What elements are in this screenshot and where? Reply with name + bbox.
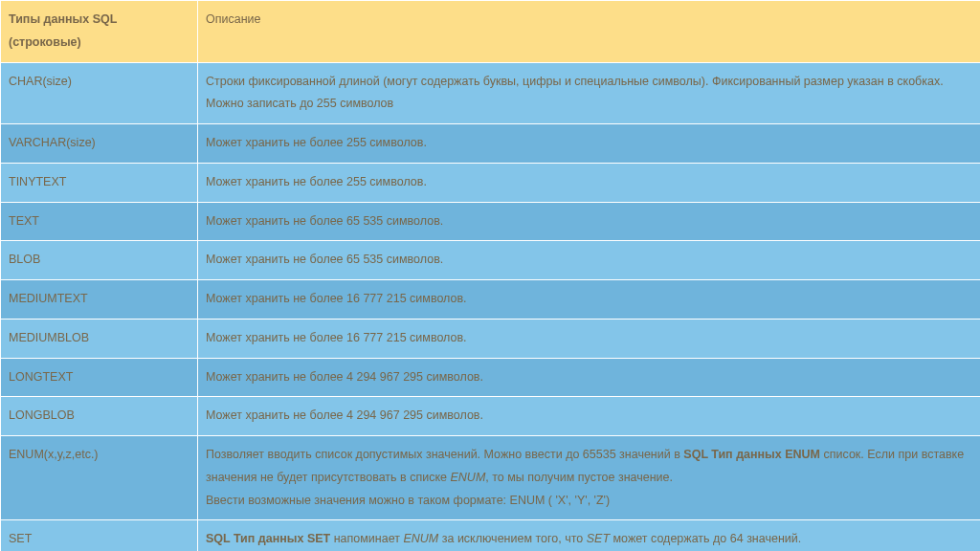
type-cell: TINYTEXT [1, 163, 198, 202]
desc-cell: Строки фиксированной длиной (могут содер… [198, 62, 981, 124]
table-row: MEDIUMTEXTМожет хранить не более 16 777 … [1, 280, 981, 320]
table-row: VARCHAR(size)Может хранить не более 255 … [1, 124, 981, 164]
desc-cell: Может хранить не более 16 777 215 символ… [198, 319, 981, 358]
header-type: Типы данных SQL (строковые) [1, 1, 198, 63]
type-cell: CHAR(size) [1, 62, 198, 124]
type-cell: LONGTEXT [1, 358, 198, 397]
desc-cell: SQL Тип данных SET напоминает ENUM за ис… [198, 520, 981, 551]
desc-cell: Может хранить не более 65 535 символов. [198, 241, 981, 280]
table-body: CHAR(size)Строки фиксированной длиной (м… [1, 62, 981, 551]
desc-cell: Может хранить не более 255 символов. [198, 163, 981, 202]
desc-cell: Может хранить не более 4 294 967 295 сим… [198, 358, 981, 397]
type-cell: TEXT [1, 202, 198, 241]
table-row: ENUM(x,y,z,etc.)Позволяет вводить список… [1, 436, 981, 520]
type-cell: VARCHAR(size) [1, 124, 198, 164]
type-cell: BLOB [1, 241, 198, 280]
table-header-row: Типы данных SQL (строковые) Описание [1, 1, 981, 63]
table-row: MEDIUMBLOBМожет хранить не более 16 777 … [1, 319, 981, 358]
table-row: TEXTМожет хранить не более 65 535 символ… [1, 202, 981, 241]
desc-cell: Может хранить не более 4 294 967 295 сим… [198, 397, 981, 436]
sql-string-types-table: Типы данных SQL (строковые) Описание CHA… [0, 0, 980, 551]
table-row: LONGTEXTМожет хранить не более 4 294 967… [1, 358, 981, 397]
type-cell: MEDIUMTEXT [1, 280, 198, 320]
desc-cell: Может хранить не более 255 символов. [198, 124, 981, 164]
desc-cell: Может хранить не более 65 535 символов. [198, 202, 981, 241]
desc-cell: Может хранить не более 16 777 215 символ… [198, 280, 981, 320]
table-row: CHAR(size)Строки фиксированной длиной (м… [1, 62, 981, 124]
table-row: SETSQL Тип данных SET напоминает ENUM за… [1, 520, 981, 551]
table-row: BLOBМожет хранить не более 65 535 символ… [1, 241, 981, 280]
desc-cell: Позволяет вводить список допустимых знач… [198, 436, 981, 520]
table-row: TINYTEXTМожет хранить не более 255 симво… [1, 163, 981, 202]
type-cell: LONGBLOB [1, 397, 198, 436]
header-desc: Описание [198, 1, 981, 63]
type-cell: SET [1, 520, 198, 551]
table-row: LONGBLOBМожет хранить не более 4 294 967… [1, 397, 981, 436]
type-cell: MEDIUMBLOB [1, 319, 198, 358]
type-cell: ENUM(x,y,z,etc.) [1, 436, 198, 520]
